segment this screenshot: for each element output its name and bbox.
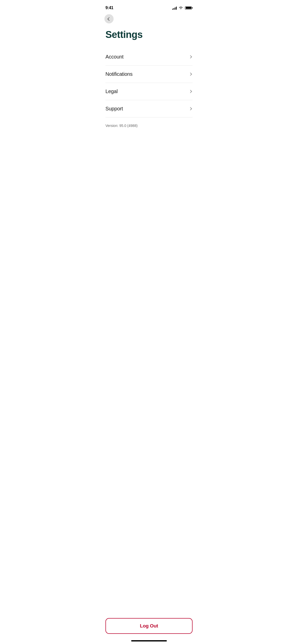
settings-item-support[interactable]: Support	[105, 100, 193, 118]
chevron-right-icon	[189, 90, 192, 93]
settings-item-legal[interactable]: Legal	[105, 83, 193, 100]
status-time: 9:41	[105, 6, 113, 10]
chevron-right-icon	[189, 72, 192, 76]
settings-item-support-label: Support	[105, 106, 123, 112]
settings-item-account[interactable]: Account	[105, 48, 193, 66]
page-title: Settings	[99, 25, 199, 48]
signal-icon	[172, 6, 177, 10]
settings-item-account-label: Account	[105, 54, 124, 60]
back-button[interactable]	[104, 14, 114, 23]
battery-icon	[185, 6, 193, 10]
settings-item-legal-label: Legal	[105, 89, 118, 94]
version-text: Version: 95.0 (4988)	[99, 118, 199, 128]
back-chevron-icon	[107, 17, 111, 21]
chevron-right-icon	[189, 55, 192, 58]
back-button-area	[99, 12, 199, 25]
settings-item-notifications[interactable]: Notifications	[105, 66, 193, 83]
status-icons	[172, 6, 193, 10]
status-bar: 9:41	[99, 0, 199, 12]
settings-item-notifications-label: Notifications	[105, 71, 132, 77]
wifi-icon	[179, 6, 183, 10]
chevron-right-icon	[189, 107, 192, 110]
settings-list: Account Notifications Legal Support	[99, 48, 199, 118]
